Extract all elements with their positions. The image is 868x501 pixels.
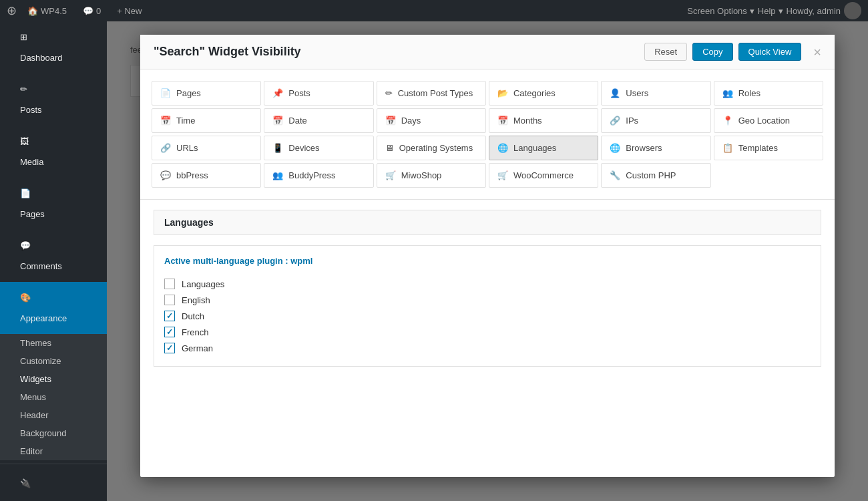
time-icon: 📅: [160, 116, 171, 126]
posts-icon: ✏: [10, 79, 93, 100]
roles-icon: 👥: [722, 88, 733, 98]
sidebar-item-dashboard[interactable]: ⊞Dashboard: [0, 21, 107, 73]
admin-bar-comments[interactable]: 💬 0: [77, 6, 106, 16]
geo-location-icon: 📍: [722, 116, 733, 126]
admin-bar-site[interactable]: 🏠 WP4.5: [22, 6, 72, 16]
ips-icon: 🔗: [610, 116, 620, 126]
dashboard-icon: ⊞: [10, 27, 93, 47]
widget-type-roles[interactable]: 👥 Roles: [714, 81, 823, 106]
widget-type-grid: 📄 Pages 📌 Posts ✏ Custom Post Types 📂 Ca…: [140, 69, 835, 200]
admin-user-greeting: Howdy, admin: [787, 6, 841, 16]
comment-icon: 💬: [83, 6, 93, 16]
language-list: Languages English Dutch French: [164, 276, 811, 356]
lang-english-checkbox[interactable]: [164, 295, 175, 305]
widget-type-bbpress[interactable]: 💬 bbPress: [152, 163, 261, 188]
wp-logo-icon[interactable]: ⊕: [7, 3, 17, 18]
widget-type-days[interactable]: 📅 Days: [377, 108, 486, 133]
media-icon: 🖼: [10, 131, 93, 152]
modal-title: "Search" Widget Visibility: [154, 45, 301, 59]
sidebar-item-pages[interactable]: 📄Pages: [0, 178, 107, 230]
months-icon: 📅: [497, 116, 508, 126]
list-item: German: [164, 340, 811, 356]
widget-type-miwoshop[interactable]: 🛒 MiwoShop: [377, 163, 486, 188]
sidebar-item-widgets[interactable]: Widgets: [0, 370, 107, 388]
languages-section-header: Languages: [154, 210, 821, 235]
sidebar: ⊞Dashboard ✏Posts 🖼Media 📄Pages 💬Comment…: [0, 21, 107, 501]
quick-view-button[interactable]: Quick View: [738, 43, 802, 61]
widget-type-templates[interactable]: 📋 Templates: [714, 136, 823, 160]
list-item: Languages: [164, 276, 811, 292]
widget-type-custom-post-types[interactable]: ✏ Custom Post Types: [377, 81, 486, 106]
widget-type-browsers[interactable]: 🌐 Browsers: [601, 136, 710, 160]
operating-systems-icon: 🖥: [385, 143, 394, 153]
copy-button[interactable]: Copy: [692, 43, 732, 61]
widget-type-woocommerce[interactable]: 🛒 WooCommerce: [489, 163, 598, 188]
users-icon: 👤: [610, 88, 620, 98]
admin-bar-right: Screen Options ▾ Help ▾ Howdy, admin: [687, 2, 861, 19]
screen-options-btn[interactable]: Screen Options ▾: [687, 6, 754, 16]
devices-icon: 📱: [272, 143, 283, 153]
chevron-down-icon: ▾: [750, 6, 754, 16]
lang-all-checkbox[interactable]: [164, 279, 175, 289]
sidebar-item-media[interactable]: 🖼Media: [0, 126, 107, 178]
widget-type-ips[interactable]: 🔗 IPs: [601, 108, 710, 133]
widget-visibility-modal: "Search" Widget Visibility Reset Copy Qu…: [140, 35, 835, 477]
urls-icon: 🔗: [160, 143, 171, 153]
date-icon: 📅: [272, 116, 283, 126]
comments-icon: 💬: [10, 235, 93, 256]
widget-type-languages[interactable]: 🌐 Languages: [489, 136, 598, 160]
sidebar-item-appearance[interactable]: 🎨Appearance Themes Customize Widgets Men…: [0, 282, 107, 460]
widget-type-pages[interactable]: 📄 Pages: [152, 81, 261, 106]
appearance-icon: 🎨: [10, 287, 93, 308]
sidebar-item-customize[interactable]: Customize: [0, 352, 107, 370]
widget-type-categories[interactable]: 📂 Categories: [489, 81, 598, 106]
modal-actions: Reset Copy Quick View ×: [644, 43, 821, 61]
widget-type-devices[interactable]: 📱 Devices: [264, 136, 373, 160]
miwoshop-icon: 🛒: [385, 170, 396, 180]
widget-type-custom-php[interactable]: 🔧 Custom PHP: [601, 163, 710, 188]
home-icon: 🏠: [27, 6, 38, 16]
languages-icon: 🌐: [497, 143, 508, 153]
widget-type-months[interactable]: 📅 Months: [489, 108, 598, 133]
languages-section: Languages Active multi-language plugin :…: [140, 200, 835, 377]
modal-overlay: "Search" Widget Visibility Reset Copy Qu…: [107, 21, 868, 501]
plugin-info: Active multi-language plugin : wpml: [164, 256, 811, 266]
list-item: English: [164, 292, 811, 308]
reset-button[interactable]: Reset: [644, 43, 687, 61]
sidebar-item-comments[interactable]: 💬Comments: [0, 230, 107, 282]
list-item: Dutch: [164, 308, 811, 324]
avatar: [844, 2, 861, 19]
admin-bar: ⊕ 🏠 WP4.5 💬 0 + New Screen Options ▾ Hel…: [0, 0, 868, 21]
custom-post-types-icon: ✏: [385, 88, 393, 98]
close-icon[interactable]: ×: [813, 45, 821, 59]
lang-german-checkbox[interactable]: [164, 343, 175, 353]
pages-icon: 📄: [160, 88, 171, 98]
widget-type-operating-systems[interactable]: 🖥 Operating Systems: [377, 136, 486, 160]
admin-bar-new[interactable]: + New: [112, 6, 147, 16]
sidebar-item-plugins[interactable]: 🔌Plugins: [0, 468, 107, 501]
sidebar-item-background[interactable]: Background: [0, 424, 107, 442]
widget-type-date[interactable]: 📅 Date: [264, 108, 373, 133]
woocommerce-icon: 🛒: [497, 170, 508, 180]
lang-french-checkbox[interactable]: [164, 327, 175, 337]
help-btn[interactable]: Help ▾: [758, 6, 783, 16]
sidebar-item-themes[interactable]: Themes: [0, 334, 107, 352]
widget-type-urls[interactable]: 🔗 URLs: [152, 136, 261, 160]
lang-dutch-checkbox[interactable]: [164, 311, 175, 321]
widget-type-geo-location[interactable]: 📍 Geo Location: [714, 108, 823, 133]
custom-php-icon: 🔧: [610, 170, 620, 180]
widget-type-buddypress[interactable]: 👥 BuddyPress: [264, 163, 373, 188]
widget-type-posts[interactable]: 📌 Posts: [264, 81, 373, 106]
widget-type-time[interactable]: 📅 Time: [152, 108, 261, 133]
sidebar-item-menus[interactable]: Menus: [0, 388, 107, 406]
browsers-icon: 🌐: [610, 143, 620, 153]
widget-type-users[interactable]: 👤 Users: [601, 81, 710, 106]
sidebar-item-header[interactable]: Header: [0, 406, 107, 424]
sidebar-item-editor[interactable]: Editor: [0, 442, 107, 460]
posts-icon: 📌: [272, 88, 283, 98]
days-icon: 📅: [385, 116, 396, 126]
sidebar-item-posts[interactable]: ✏Posts: [0, 73, 107, 126]
pages-icon: 📄: [10, 183, 93, 204]
categories-icon: 📂: [497, 88, 508, 98]
bbpress-icon: 💬: [160, 170, 171, 180]
